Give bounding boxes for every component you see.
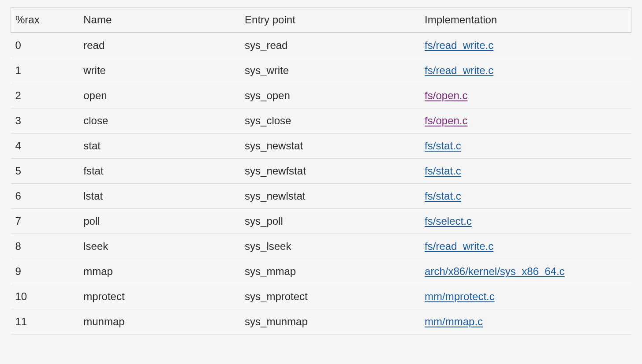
cell-impl: mm/mprotect.c [420, 284, 631, 309]
cell-impl: fs/read_write.c [420, 234, 631, 259]
cell-rax: 9 [11, 259, 79, 284]
table-row: 9mmapsys_mmaparch/x86/kernel/sys_x86_64.… [11, 259, 631, 284]
cell-name: write [79, 58, 240, 83]
cell-impl: fs/open.c [420, 83, 631, 108]
cell-name: munmap [79, 309, 240, 334]
cell-entry: sys_read [240, 33, 420, 58]
cell-impl: arch/x86/kernel/sys_x86_64.c [420, 259, 631, 284]
cell-name: mprotect [79, 284, 240, 309]
cell-rax: 5 [11, 159, 79, 184]
cell-name: close [79, 108, 240, 134]
cell-entry: sys_munmap [240, 309, 420, 334]
cell-entry: sys_open [240, 83, 420, 108]
cell-entry: sys_poll [240, 209, 420, 234]
table-row: 8lseeksys_lseekfs/read_write.c [11, 234, 631, 259]
impl-link[interactable]: fs/stat.c [425, 190, 461, 202]
table-row: 6lstatsys_newlstatfs/stat.c [11, 184, 631, 209]
cell-name: fstat [79, 159, 240, 184]
cell-name: open [79, 83, 240, 108]
cell-impl: fs/read_write.c [420, 58, 631, 83]
cell-name: read [79, 33, 240, 58]
table-header-row: %rax Name Entry point Implementation [11, 7, 631, 33]
cell-name: lseek [79, 234, 240, 259]
impl-link[interactable]: fs/read_write.c [425, 64, 493, 76]
cell-entry: sys_newlstat [240, 184, 420, 209]
cell-rax: 1 [11, 58, 79, 83]
cell-name: lstat [79, 184, 240, 209]
cell-entry: sys_mprotect [240, 284, 420, 309]
header-impl: Implementation [420, 7, 631, 33]
table-row: 7pollsys_pollfs/select.c [11, 209, 631, 234]
impl-link[interactable]: fs/open.c [425, 89, 467, 101]
cell-impl: mm/mmap.c [420, 309, 631, 334]
cell-impl: fs/stat.c [420, 184, 631, 209]
impl-link[interactable]: fs/stat.c [425, 140, 461, 152]
table-row: 3closesys_closefs/open.c [11, 108, 631, 134]
impl-link[interactable]: fs/read_write.c [425, 39, 493, 51]
impl-link[interactable]: arch/x86/kernel/sys_x86_64.c [425, 265, 565, 277]
table-row: 2opensys_openfs/open.c [11, 83, 631, 108]
cell-rax: 6 [11, 184, 79, 209]
syscall-table: %rax Name Entry point Implementation 0re… [11, 7, 631, 334]
table-row: 10mprotectsys_mprotectmm/mprotect.c [11, 284, 631, 309]
cell-rax: 8 [11, 234, 79, 259]
cell-entry: sys_write [240, 58, 420, 83]
table-row: 11munmapsys_munmapmm/mmap.c [11, 309, 631, 334]
cell-rax: 2 [11, 83, 79, 108]
cell-rax: 4 [11, 134, 79, 159]
cell-name: mmap [79, 259, 240, 284]
cell-entry: sys_close [240, 108, 420, 134]
cell-rax: 0 [11, 33, 79, 58]
cell-name: stat [79, 134, 240, 159]
cell-rax: 11 [11, 309, 79, 334]
cell-rax: 3 [11, 108, 79, 134]
header-name: Name [79, 7, 240, 33]
table-row: 5fstatsys_newfstatfs/stat.c [11, 159, 631, 184]
header-entry: Entry point [240, 7, 420, 33]
cell-impl: fs/read_write.c [420, 33, 631, 58]
impl-link[interactable]: mm/mmap.c [425, 316, 483, 327]
cell-impl: fs/stat.c [420, 134, 631, 159]
cell-entry: sys_newfstat [240, 159, 420, 184]
impl-link[interactable]: fs/open.c [425, 115, 467, 126]
cell-entry: sys_newstat [240, 134, 420, 159]
cell-rax: 10 [11, 284, 79, 309]
table-row: 1writesys_writefs/read_write.c [11, 58, 631, 83]
impl-link[interactable]: mm/mprotect.c [425, 290, 495, 302]
cell-entry: sys_mmap [240, 259, 420, 284]
cell-entry: sys_lseek [240, 234, 420, 259]
cell-impl: fs/select.c [420, 209, 631, 234]
table-row: 0readsys_readfs/read_write.c [11, 33, 631, 58]
cell-name: poll [79, 209, 240, 234]
impl-link[interactable]: fs/select.c [425, 215, 472, 227]
cell-impl: fs/open.c [420, 108, 631, 134]
cell-rax: 7 [11, 209, 79, 234]
impl-link[interactable]: fs/read_write.c [425, 240, 493, 252]
header-rax: %rax [11, 7, 79, 33]
impl-link[interactable]: fs/stat.c [425, 165, 461, 177]
table-row: 4statsys_newstatfs/stat.c [11, 134, 631, 159]
cell-impl: fs/stat.c [420, 159, 631, 184]
